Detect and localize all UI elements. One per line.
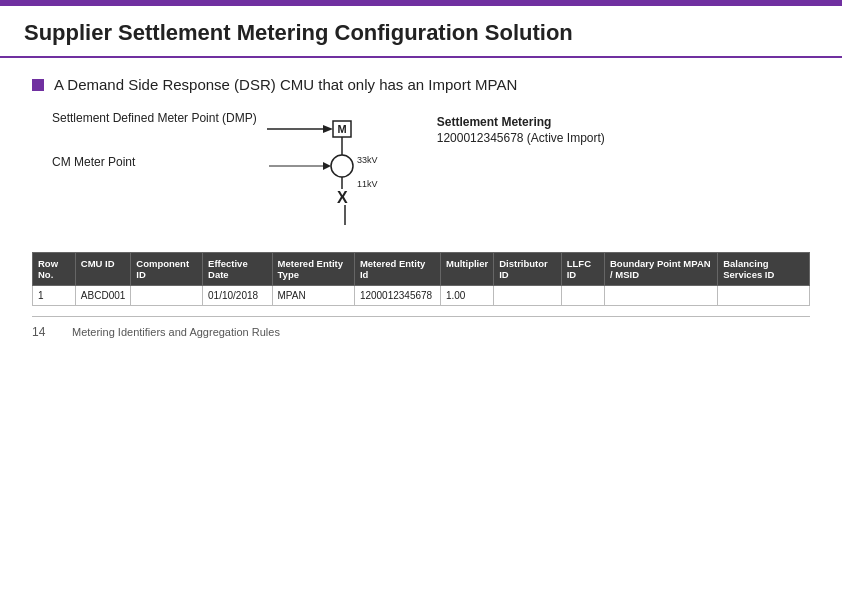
diagram-svg: M 33kV 11kV X xyxy=(267,111,407,234)
table-cell xyxy=(604,286,717,306)
col-cmu-id: CMU ID xyxy=(75,253,130,286)
bullet-icon xyxy=(32,79,44,91)
dmp-label: Settlement Defined Meter Point (DMP) xyxy=(52,111,257,125)
table-row: 1ABCD00101/10/2018MPAN12000123456781.00 xyxy=(33,286,810,306)
table-cell: MPAN xyxy=(272,286,354,306)
table-cell: ABCD001 xyxy=(75,286,130,306)
metering-table: Row No. CMU ID Component ID Effective Da… xyxy=(32,252,810,306)
col-llfc-id: LLFC ID xyxy=(561,253,604,286)
cm-label: CM Meter Point xyxy=(52,155,257,169)
table-cell: 1 xyxy=(33,286,76,306)
svg-text:M: M xyxy=(337,123,346,135)
table-header-row: Row No. CMU ID Component ID Effective Da… xyxy=(33,253,810,286)
col-metered-entity-id: Metered Entity Id xyxy=(354,253,440,286)
table-cell: 1200012345678 xyxy=(354,286,440,306)
table-cell xyxy=(718,286,810,306)
table-cell: 1.00 xyxy=(440,286,493,306)
table-body: 1ABCD00101/10/2018MPAN12000123456781.00 xyxy=(33,286,810,306)
svg-point-5 xyxy=(331,155,353,177)
bullet-row: A Demand Side Response (DSR) CMU that on… xyxy=(32,76,810,93)
svg-text:33kV: 33kV xyxy=(357,155,378,165)
footer: 14 Metering Identifiers and Aggregation … xyxy=(32,316,810,339)
col-row-no: Row No. xyxy=(33,253,76,286)
table-cell xyxy=(561,286,604,306)
settlement-metering-title: Settlement Metering xyxy=(437,115,605,129)
footer-label: Metering Identifiers and Aggregation Rul… xyxy=(72,326,280,338)
col-component-id: Component ID xyxy=(131,253,203,286)
main-content: A Demand Side Response (DSR) CMU that on… xyxy=(0,58,842,349)
svg-marker-1 xyxy=(323,125,333,133)
col-distributor-id: Distributor ID xyxy=(494,253,562,286)
col-boundary-point: Boundary Point MPAN / MSID xyxy=(604,253,717,286)
page-number: 14 xyxy=(32,325,56,339)
table-cell xyxy=(131,286,203,306)
diagram-area: Settlement Defined Meter Point (DMP) CM … xyxy=(32,111,810,234)
col-metered-entity-type: Metered Entity Type xyxy=(272,253,354,286)
circuit-diagram: M 33kV 11kV X xyxy=(267,111,407,231)
col-effective-date: Effective Date xyxy=(203,253,272,286)
svg-text:X: X xyxy=(337,189,348,206)
svg-marker-12 xyxy=(323,162,331,170)
col-balancing-services: Balancing Services ID xyxy=(718,253,810,286)
table-cell: 01/10/2018 xyxy=(203,286,272,306)
svg-text:11kV: 11kV xyxy=(357,179,378,189)
settlement-metering-detail: 1200012345678 (Active Import) xyxy=(437,131,605,145)
header: Supplier Settlement Metering Configurati… xyxy=(0,6,842,58)
page-title: Supplier Settlement Metering Configurati… xyxy=(24,20,818,46)
bullet-text: A Demand Side Response (DSR) CMU that on… xyxy=(54,76,517,93)
diagram-labels: Settlement Defined Meter Point (DMP) CM … xyxy=(52,111,257,169)
col-multiplier: Multiplier xyxy=(440,253,493,286)
diagram-right-info: Settlement Metering 1200012345678 (Activ… xyxy=(437,111,605,145)
table-cell xyxy=(494,286,562,306)
data-table-wrap: Row No. CMU ID Component ID Effective Da… xyxy=(32,252,810,306)
